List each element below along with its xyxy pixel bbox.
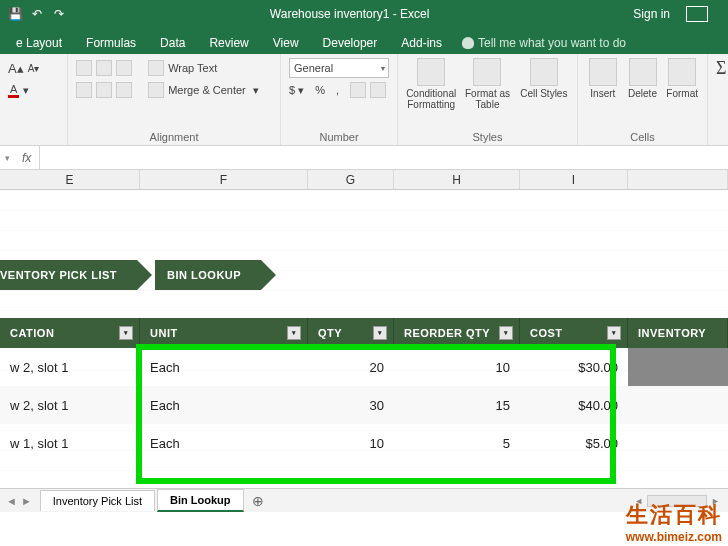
sheet-nav[interactable]: ◄►	[0, 495, 38, 507]
col-I[interactable]: I	[520, 170, 628, 189]
tell-me-placeholder: Tell me what you want to do	[478, 36, 626, 50]
increase-decimal-icon[interactable]	[350, 82, 366, 98]
col-F[interactable]: F	[140, 170, 308, 189]
name-box-dropdown[interactable]: ▾	[0, 153, 14, 163]
table-header-row: CATION▾ UNIT▾ QTY▾ REORDER QTY▾ COST▾ IN…	[0, 318, 728, 348]
cell-cost[interactable]: $30.00	[520, 360, 628, 375]
filter-icon[interactable]: ▾	[119, 326, 133, 340]
delete-cells-icon	[629, 58, 657, 86]
tab-formulas[interactable]: Formulas	[74, 32, 148, 54]
cell-location[interactable]: w 2, slot 1	[0, 360, 140, 375]
sheet-tab-bin-lookup[interactable]: Bin Lookup	[157, 489, 244, 512]
signin-link[interactable]: Sign in	[633, 7, 670, 21]
col-E[interactable]: E	[0, 170, 140, 189]
cell-qty[interactable]: 20	[308, 360, 394, 375]
filter-icon[interactable]: ▾	[373, 326, 387, 340]
tab-data[interactable]: Data	[148, 32, 197, 54]
group-label-styles: Styles	[406, 129, 569, 143]
save-icon[interactable]: 💾	[8, 7, 22, 21]
new-sheet-button[interactable]: ⊕	[244, 493, 272, 509]
ribbon-display-icon[interactable]	[686, 6, 708, 22]
percent-icon[interactable]: %	[315, 84, 325, 96]
merge-center-icon[interactable]	[148, 82, 164, 98]
group-alignment: Wrap Text Merge & Center ▾ Alignment	[68, 54, 281, 145]
wrap-text-icon[interactable]	[148, 60, 164, 76]
cell-unit[interactable]: Each	[140, 360, 308, 375]
th-qty[interactable]: QTY▾	[308, 318, 394, 348]
format-button[interactable]: Format	[665, 58, 699, 99]
align-center-icon[interactable]	[96, 82, 112, 98]
align-middle-icon[interactable]	[96, 60, 112, 76]
prev-sheet-icon[interactable]: ◄	[6, 495, 17, 507]
align-left-icon[interactable]	[76, 82, 92, 98]
scroll-track[interactable]	[647, 495, 707, 507]
cell-reorder[interactable]: 15	[394, 398, 520, 413]
align-top-icon[interactable]	[76, 60, 92, 76]
banner-bin-lookup[interactable]: BIN LOOKUP	[155, 260, 261, 290]
decrease-font-icon[interactable]: A▾	[28, 63, 40, 74]
cell-location[interactable]: w 1, slot 1	[0, 436, 140, 451]
th-unit[interactable]: UNIT▾	[140, 318, 308, 348]
font-color-icon[interactable]: A	[8, 83, 19, 98]
next-sheet-icon[interactable]: ►	[21, 495, 32, 507]
filter-icon[interactable]: ▾	[607, 326, 621, 340]
cell-cost[interactable]: $40.00	[520, 398, 628, 413]
merge-center-button[interactable]: Merge & Center	[168, 84, 246, 96]
redo-icon[interactable]: ↷	[52, 7, 66, 21]
formula-input[interactable]	[40, 151, 728, 165]
autosum-icon[interactable]: Σ	[716, 58, 726, 79]
cell-unit[interactable]: Each	[140, 436, 308, 451]
col-H[interactable]: H	[394, 170, 520, 189]
format-as-table-button[interactable]: Format as Table	[462, 58, 512, 110]
table-row[interactable]: w 1, slot 1 Each 10 5 $5.00	[0, 424, 728, 462]
tell-me-search[interactable]: Tell me what you want to do	[454, 32, 634, 54]
tab-developer[interactable]: Developer	[311, 32, 390, 54]
delete-button[interactable]: Delete	[626, 58, 660, 99]
formula-bar: ▾ fx	[0, 146, 728, 170]
group-label-cells: Cells	[586, 129, 699, 143]
banner-row: VENTORY PICK LIST BIN LOOKUP	[0, 260, 261, 290]
comma-icon[interactable]: ,	[336, 84, 339, 96]
scroll-right-icon[interactable]: ►	[709, 496, 722, 506]
cell-qty[interactable]: 30	[308, 398, 394, 413]
th-cost[interactable]: COST▾	[520, 318, 628, 348]
horizontal-scroll[interactable]: ◄ ►	[632, 495, 728, 507]
conditional-formatting-button[interactable]: Conditional Formatting	[406, 58, 456, 110]
scroll-left-icon[interactable]: ◄	[632, 496, 645, 506]
tab-view[interactable]: View	[261, 32, 311, 54]
cell-qty[interactable]: 10	[308, 436, 394, 451]
align-right-icon[interactable]	[116, 82, 132, 98]
undo-icon[interactable]: ↶	[30, 7, 44, 21]
cell-location[interactable]: w 2, slot 1	[0, 398, 140, 413]
th-location[interactable]: CATION▾	[0, 318, 140, 348]
accounting-icon[interactable]: $ ▾	[289, 84, 304, 97]
filter-icon[interactable]: ▾	[287, 326, 301, 340]
banner-inventory-pick-list[interactable]: VENTORY PICK LIST	[0, 260, 137, 290]
tab-page-layout[interactable]: e Layout	[4, 32, 74, 54]
cell-reorder[interactable]: 5	[394, 436, 520, 451]
col-next[interactable]	[628, 170, 728, 189]
increase-font-icon[interactable]: A▴	[8, 61, 24, 76]
insert-button[interactable]: Insert	[586, 58, 620, 99]
decrease-decimal-icon[interactable]	[370, 82, 386, 98]
cell-cost[interactable]: $5.00	[520, 436, 628, 451]
cell-styles-icon	[530, 58, 558, 86]
fx-icon[interactable]: fx	[14, 146, 40, 169]
number-format-combo[interactable]: General	[289, 58, 389, 78]
cell-inventory[interactable]	[628, 348, 728, 386]
align-bottom-icon[interactable]	[116, 60, 132, 76]
cell-unit[interactable]: Each	[140, 398, 308, 413]
sheet-tab-pick-list[interactable]: Inventory Pick List	[40, 490, 155, 511]
table-row[interactable]: w 2, slot 1 Each 30 15 $40.00	[0, 386, 728, 424]
th-reorder-qty[interactable]: REORDER QTY▾	[394, 318, 520, 348]
th-inventory[interactable]: INVENTORY	[628, 318, 728, 348]
col-G[interactable]: G	[308, 170, 394, 189]
wrap-text-button[interactable]: Wrap Text	[168, 62, 217, 74]
cell-reorder[interactable]: 10	[394, 360, 520, 375]
tab-addins[interactable]: Add-ins	[389, 32, 454, 54]
filter-icon[interactable]: ▾	[499, 326, 513, 340]
table-row[interactable]: w 2, slot 1 Each 20 10 $30.00	[0, 348, 728, 386]
tab-review[interactable]: Review	[197, 32, 260, 54]
worksheet-area[interactable]: VENTORY PICK LIST BIN LOOKUP CATION▾ UNI…	[0, 190, 728, 490]
cell-styles-button[interactable]: Cell Styles	[519, 58, 569, 99]
